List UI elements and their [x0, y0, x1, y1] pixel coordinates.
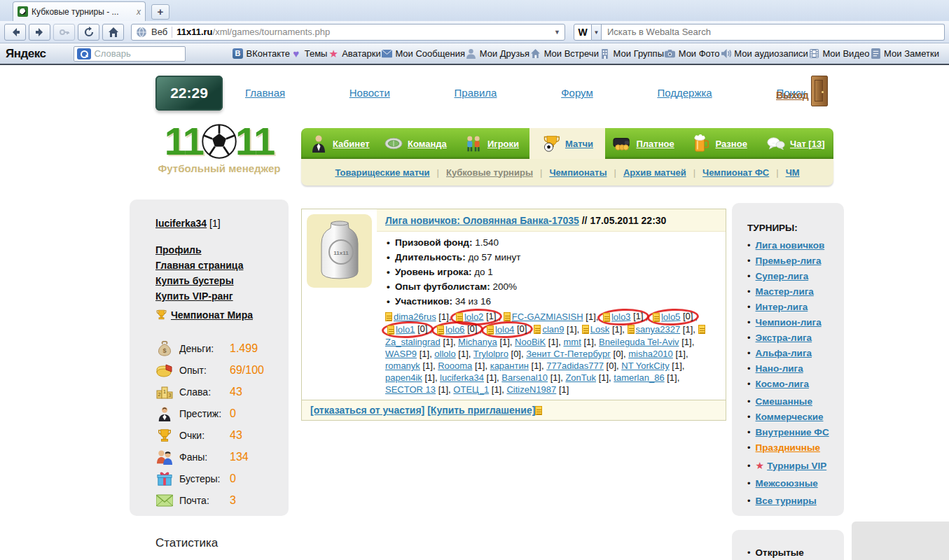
menu-tab-suitman[interactable]: Кабинет	[301, 128, 377, 159]
participant-link[interactable]: Barsenal10	[501, 372, 548, 383]
bookmark-building[interactable]: Мои Группы	[600, 48, 664, 59]
username-link[interactable]: luciferka34	[155, 218, 207, 229]
logout-link[interactable]: Выход	[776, 90, 809, 101]
tournament-link[interactable]: Внутренние ФС	[756, 427, 829, 438]
submenu-link[interactable]: Товарищеские матчи	[335, 167, 429, 178]
top-nav-link[interactable]: Главная	[245, 87, 285, 99]
web-search-input[interactable]	[602, 24, 945, 41]
browser-tab[interactable]: Кубковые турниры - ... x	[13, 1, 146, 21]
bookmark-film[interactable]: Мои Видео	[808, 48, 869, 59]
participant-link[interactable]: BneiIeguda Tel-Aviv	[599, 337, 679, 347]
bookmark-house[interactable]: Мои Встречи	[530, 48, 599, 59]
decline-participation-link[interactable]: [отказаться от участия]	[310, 405, 424, 416]
yandex-logo[interactable]: Яндекс	[6, 47, 46, 61]
participant-link[interactable]: ZonTuk	[565, 372, 596, 383]
top-nav-link[interactable]: Новости	[349, 87, 390, 99]
search-engine-dropdown-icon[interactable]: ▼	[592, 24, 602, 41]
bookmark-heart[interactable]: ♥Темы	[291, 48, 328, 59]
participant-link[interactable]: papen4ik	[385, 372, 422, 383]
refresh-button[interactable]	[78, 24, 99, 41]
bookmark-person[interactable]: Мои Друзья	[466, 48, 529, 59]
home-button[interactable]	[102, 24, 124, 41]
participant-link[interactable]: Za_stalingrad	[385, 337, 441, 347]
participant-link[interactable]: lolo1	[396, 324, 415, 335]
participant-link[interactable]: Losk	[590, 324, 609, 335]
participant-link[interactable]: lolo2	[464, 312, 484, 323]
participant-link[interactable]: tamerlan_86	[614, 372, 664, 383]
tournament-link[interactable]: Супер-лига	[756, 271, 809, 281]
participant-link[interactable]: misha2010	[628, 349, 673, 359]
bookmark-star[interactable]: ★Аватарки	[328, 48, 381, 59]
sidebar-link[interactable]: Главная страница	[155, 260, 289, 271]
participant-link[interactable]: WASP9	[385, 349, 417, 359]
tournament-link[interactable]: Альфа-лига	[756, 348, 812, 358]
menu-tab-trophyball[interactable]: Матчи	[529, 128, 606, 159]
participant-link[interactable]: Trylolpro	[473, 349, 508, 359]
submenu-link[interactable]: Чемпионат ФС	[702, 167, 769, 178]
participant-link[interactable]: CitizeN1987	[506, 384, 556, 395]
tournament-link[interactable]: Межсоюзные	[756, 478, 818, 489]
tournament-link[interactable]: Все турниры	[756, 496, 817, 506]
buy-invitation-link[interactable]: [Купить приглашение]	[427, 405, 535, 416]
participant-link[interactable]: FC-GAZMIASISH	[512, 312, 583, 322]
bookmark-speaker[interactable]: Мои аудиозаписи	[720, 48, 808, 59]
tournament-link[interactable]: Космо-лига	[756, 379, 809, 389]
submenu-link[interactable]: Архив матчей	[623, 167, 686, 178]
participant-link[interactable]: SECTOR 13	[385, 384, 436, 395]
participant-link[interactable]: dima26rus	[394, 312, 436, 322]
participant-link[interactable]: romanyk	[385, 360, 420, 371]
participant-link[interactable]: lolo4	[494, 324, 514, 335]
participant-link[interactable]: NT YorkCity	[621, 360, 669, 371]
search-engine-button[interactable]: W	[574, 24, 592, 41]
forward-button[interactable]	[29, 24, 50, 41]
participant-link[interactable]: lolo6	[445, 324, 465, 335]
menu-tab-beer[interactable]: Разное	[681, 128, 758, 159]
bookmark-note[interactable]: Мои Заметки	[870, 48, 939, 59]
participant-link[interactable]: luciferka34	[440, 372, 484, 383]
menu-tab-players[interactable]: Игроки	[453, 128, 529, 159]
participant-link[interactable]: Roooma	[438, 360, 472, 371]
tournament-link[interactable]: Турниры VIP	[767, 461, 826, 471]
participant-link[interactable]: ОТЕЦ_1	[453, 384, 489, 395]
submenu-link[interactable]: Чемпионаты	[549, 167, 607, 178]
participant-link[interactable]: lolo3	[611, 312, 631, 323]
address-bar[interactable]: Веб 11x11.ru/xml/games/tournaments.php ▼	[131, 24, 565, 41]
participant-link[interactable]: sanya2327	[636, 324, 681, 335]
sidebar-link[interactable]: Купить VIP-ранг	[155, 290, 289, 302]
participant-link[interactable]: clan9	[542, 324, 564, 335]
participant-link[interactable]: lolo5	[661, 312, 681, 323]
sidebar-link[interactable]: Купить бустеры	[155, 275, 289, 286]
tournament-link[interactable]: Чемпион-лига	[756, 317, 822, 328]
submenu-link[interactable]: ЧМ	[786, 167, 800, 178]
top-nav-link[interactable]: Форум	[561, 87, 593, 99]
menu-tab-stadium[interactable]: Команда	[377, 128, 454, 159]
participant-link[interactable]: Michanya	[458, 337, 497, 347]
tournament-link[interactable]: Праздничные	[756, 442, 820, 453]
menu-tab-wallet[interactable]: Платное	[605, 128, 681, 159]
world-cup-link[interactable]: Чемпионат Мира	[171, 309, 253, 321]
back-button[interactable]	[4, 24, 26, 41]
top-nav-link[interactable]: Правила	[455, 87, 497, 99]
tournament-link[interactable]: Интер-лига	[756, 302, 808, 312]
participant-link[interactable]: карантин	[490, 360, 529, 371]
menu-tab-chat[interactable]: ...Чат [13]	[757, 128, 833, 159]
tournament-link[interactable]: Мастер-лига	[756, 286, 814, 297]
tournament-title-link[interactable]: Лига новичков: Оловянная Банка-17035	[385, 215, 579, 226]
sidebar-link[interactable]: Профиль	[155, 244, 289, 255]
bookmark-camera[interactable]: Мои Фото	[665, 48, 720, 59]
participant-link[interactable]: Зенит Ст-Петербург	[526, 349, 611, 359]
tournament-link[interactable]: Экстра-лига	[756, 332, 812, 343]
participant-link[interactable]: mmt	[563, 337, 581, 347]
key-icon-button[interactable]	[53, 24, 75, 41]
tournament-link[interactable]: Нано-лига	[756, 363, 803, 374]
site-logo[interactable]: 11 11 Футбольный менеджер	[153, 123, 286, 174]
exit-door-icon[interactable]	[811, 76, 828, 106]
participant-link[interactable]: NooBiK	[515, 337, 546, 347]
submenu-link[interactable]: Кубковые турниры	[446, 167, 533, 178]
new-tab-button[interactable]: +	[151, 4, 169, 20]
bookmark-envelope[interactable]: Мои Сообщения	[381, 48, 465, 59]
participant-link[interactable]: 777adidas777	[546, 360, 604, 371]
dictionary-search[interactable]: Словарь	[74, 46, 186, 62]
bookmark-vk[interactable]: ВВКонтакте	[232, 48, 290, 59]
top-nav-link[interactable]: Поддержка	[657, 87, 712, 99]
